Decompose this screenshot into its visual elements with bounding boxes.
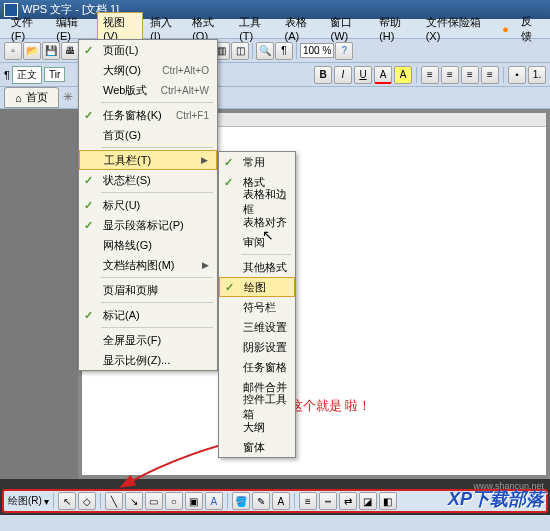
menu-item[interactable]: 全屏显示(F) <box>79 330 217 350</box>
open-icon[interactable]: 📂 <box>23 42 41 60</box>
submenu-item[interactable]: 窗体 <box>219 437 295 457</box>
arrow-icon[interactable]: ↘ <box>125 492 143 510</box>
underline-icon[interactable]: U <box>354 66 372 84</box>
submenu-item[interactable]: 任务窗格 <box>219 357 295 377</box>
zoom-selector[interactable]: 100 % <box>300 43 334 58</box>
rect-icon[interactable]: ▭ <box>145 492 163 510</box>
submenu-item[interactable]: ✓绘图 <box>219 277 295 297</box>
menu-safe[interactable]: 文件保险箱(X) <box>421 13 495 44</box>
drawing-label[interactable]: 绘图(R) <box>8 494 42 508</box>
italic-icon[interactable]: I <box>334 66 352 84</box>
submenu-item[interactable]: 三维设置 <box>219 317 295 337</box>
toolbars-submenu: ✓常用✓格式表格和边框表格对齐审阅其他格式✓绘图符号栏三维设置阴影设置任务窗格邮… <box>218 151 296 458</box>
fill-color-icon[interactable]: 🪣 <box>232 492 250 510</box>
align-justify-icon[interactable]: ≡ <box>481 66 499 84</box>
save-icon[interactable]: 💾 <box>42 42 60 60</box>
align-center-icon[interactable]: ≡ <box>441 66 459 84</box>
menu-item[interactable]: Web版式Ctrl+Alt+W <box>79 80 217 100</box>
menu-table[interactable]: 表格(A) <box>280 13 324 44</box>
submenu-item[interactable]: 其他格式 <box>219 257 295 277</box>
menu-item[interactable]: 文档结构图(M)▶ <box>79 255 217 275</box>
find-icon[interactable]: 🔍 <box>256 42 274 60</box>
align-left-icon[interactable]: ≡ <box>421 66 439 84</box>
home-icon: ⌂ <box>15 92 22 104</box>
menu-item[interactable]: 网格线(G) <box>79 235 217 255</box>
submenu-item[interactable]: 审阅 <box>219 232 295 252</box>
bullets-icon[interactable]: ⦁ <box>508 66 526 84</box>
watermark: XP下载部落 <box>448 487 544 511</box>
menu-bar: 文件(F) 编辑(E) 视图(V) 插入(I) 格式(O) 工具(T) 表格(A… <box>0 19 550 39</box>
font-color2-icon[interactable]: A <box>272 492 290 510</box>
status-bar <box>0 515 550 531</box>
view-menu-dropdown: ✓页面(L)大纲(O)Ctrl+Alt+OWeb版式Ctrl+Alt+W✓任务窗… <box>78 39 218 371</box>
arrow-style-icon[interactable]: ⇄ <box>339 492 357 510</box>
submenu-item[interactable]: 控件工具箱 <box>219 397 295 417</box>
menu-item[interactable]: ✓显示段落标记(P) <box>79 215 217 235</box>
menu-item[interactable]: ✓任务窗格(K)Ctrl+F1 <box>79 105 217 125</box>
annotation-text: 这个就是 啦！ <box>290 398 371 415</box>
wordart-icon[interactable]: A <box>205 492 223 510</box>
submenu-item[interactable]: 大纲 <box>219 417 295 437</box>
shadow-icon[interactable]: ◪ <box>359 492 377 510</box>
print-icon[interactable]: 🖶 <box>61 42 79 60</box>
line-style-icon[interactable]: ≡ <box>299 492 317 510</box>
task-pane <box>0 109 78 479</box>
textbox-icon[interactable]: ▣ <box>185 492 203 510</box>
select-icon[interactable]: ↖ <box>58 492 76 510</box>
highlight-icon[interactable]: A <box>394 66 412 84</box>
tab-home[interactable]: ⌂ 首页 <box>4 87 59 108</box>
new-icon[interactable]: ▫ <box>4 42 22 60</box>
style-selector[interactable]: 正文 <box>12 66 42 84</box>
autoshapes-icon[interactable]: ◇ <box>78 492 96 510</box>
bold-icon[interactable]: B <box>314 66 332 84</box>
menu-item[interactable]: ✓状态栏(S) <box>79 170 217 190</box>
menu-item[interactable]: ✓标尺(U) <box>79 195 217 215</box>
menu-window[interactable]: 窗口(W) <box>325 13 372 44</box>
align-right-icon[interactable]: ≡ <box>461 66 479 84</box>
show-marks-icon[interactable]: ¶ <box>275 42 293 60</box>
font-color-icon[interactable]: A <box>374 66 392 84</box>
3d-icon[interactable]: ◧ <box>379 492 397 510</box>
oval-icon[interactable]: ○ <box>165 492 183 510</box>
help-icon[interactable]: ? <box>335 42 353 60</box>
menu-item[interactable]: 工具栏(T)▶ <box>79 150 217 170</box>
submenu-item[interactable]: 表格和边框 <box>219 192 295 212</box>
menu-item[interactable]: ✓标记(A) <box>79 305 217 325</box>
submenu-item[interactable]: 阴影设置 <box>219 337 295 357</box>
dash-style-icon[interactable]: ┅ <box>319 492 337 510</box>
numbering-icon[interactable]: 1. <box>528 66 546 84</box>
menu-item[interactable]: ✓页面(L) <box>79 40 217 60</box>
menu-item[interactable]: 大纲(O)Ctrl+Alt+O <box>79 60 217 80</box>
menu-item[interactable]: 页眉和页脚 <box>79 280 217 300</box>
feedback-area[interactable]: ●反馈 <box>497 12 544 46</box>
line-color-icon[interactable]: ✎ <box>252 492 270 510</box>
line-icon[interactable]: ╲ <box>105 492 123 510</box>
menu-item[interactable]: 显示比例(Z)... <box>79 350 217 370</box>
object-icon[interactable]: ◫ <box>231 42 249 60</box>
submenu-item[interactable]: ✓常用 <box>219 152 295 172</box>
submenu-item[interactable]: 符号栏 <box>219 297 295 317</box>
font-selector[interactable]: Tir <box>44 67 65 82</box>
menu-tools[interactable]: 工具(T) <box>234 13 277 44</box>
menu-help[interactable]: 帮助(H) <box>374 13 418 44</box>
menu-item[interactable]: 首页(G) <box>79 125 217 145</box>
menu-file[interactable]: 文件(F) <box>6 13 49 44</box>
submenu-item[interactable]: 表格对齐 <box>219 212 295 232</box>
